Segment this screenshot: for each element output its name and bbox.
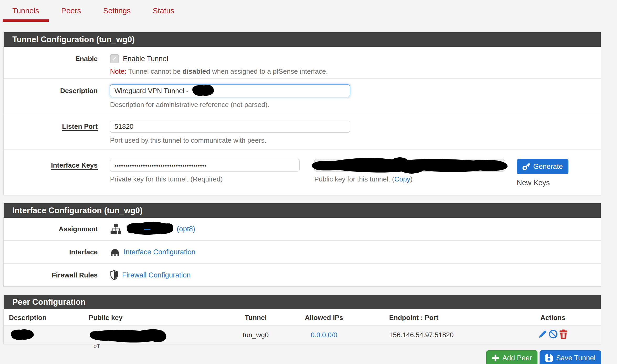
save-tunnel-button[interactable]: Save Tunnel [540,350,601,364]
enable-row: Enable Enable Tunnel Note: Tunnel cannot… [4,47,601,79]
redaction-blob [9,328,35,341]
interface-keys-label[interactable]: Interface Keys [51,161,98,169]
add-peer-button[interactable]: Add Peer [486,350,537,364]
enable-label: Enable [4,53,110,76]
tab-status[interactable]: Status [143,4,184,22]
peer-table-header: Description Public key Tunnel Allowed IP… [4,309,601,325]
shield-icon [110,270,118,280]
description-help: Description for administrative reference… [110,101,601,109]
peer-config-title: Peer Configuration [4,295,601,309]
interface-keys-row: Interface Keys Private key for this tunn… [4,150,601,195]
firewall-rules-label: Firewall Rules [4,269,110,281]
add-peer-label: Add Peer [502,354,532,362]
firewall-rules-row: Firewall Rules Firewall Configuration [4,264,601,286]
col-tunnel: Tunnel [229,313,282,322]
assignment-label: Assignment [4,223,110,235]
assignment-row: Assignment [4,218,601,241]
note-prefix: Note: [110,67,126,75]
assignment-link[interactable]: (opt8) [177,225,195,233]
note-body: Tunnel cannot be [126,67,182,75]
listen-port-row: Listen Port Port used by this tunnel to … [4,114,601,150]
tab-tunnels[interactable]: Tunnels [3,4,49,22]
note-suffix: when assigned to a pfSense interface. [210,67,328,75]
redaction-blob [88,328,169,343]
listen-port-help: Port used by this tunnel to communicate … [110,136,601,144]
key-icon [522,163,530,170]
enable-tunnel-checkbox-label: Enable Tunnel [123,55,168,63]
delete-icon[interactable] [559,329,568,339]
copy-public-key-link[interactable]: Copy [394,175,410,183]
enable-tunnel-checkbox[interactable] [110,54,119,63]
ethernet-icon [110,248,120,256]
disable-icon[interactable] [548,329,558,339]
tunnel-config-title: Tunnel Configuration (tun_wg0) [4,32,601,47]
allowed-ips-link[interactable]: 0.0.0.0/0 [311,331,337,339]
footer-actions: Add Peer Save Tunnel [3,350,601,364]
col-description: Description [4,313,85,322]
save-tunnel-label: Save Tunnel [556,354,595,362]
redaction-blob [190,84,215,97]
generate-keys-button[interactable]: Generate [517,159,568,174]
note-bold: disabled [182,67,210,75]
sitemap-icon [110,224,122,234]
firewall-configuration-link[interactable]: Firewall Configuration [122,271,191,279]
interface-config-title: Interface Configuration (tun_wg0) [4,203,601,218]
save-icon [545,354,553,362]
interface-label: Interface [4,246,110,258]
redaction-blob [125,223,173,235]
private-key-help: Private key for this tunnel. (Required) [110,175,300,183]
description-row: Description Description for administrati… [4,79,601,114]
peer-table-row: oT tun_wg0 0.0.0.0/0 156.146.54.97:51820 [4,325,601,344]
interface-row: Interface Interface Configuration [4,241,601,264]
tab-settings[interactable]: Settings [93,4,140,22]
peer-description-cell [4,329,85,341]
col-public-key: Public key [85,313,229,322]
peer-config-panel: Peer Configuration Description Public ke… [3,295,601,344]
description-input[interactable] [110,84,350,97]
assignment-link-fragment [144,229,150,230]
public-key-help: Public key for this tunnel. (Copy) [314,175,505,183]
listen-port-label[interactable]: Listen Port [62,122,98,130]
edit-icon[interactable] [538,330,547,339]
public-key-fragment: oT [93,343,100,350]
generate-button-label: Generate [533,163,563,171]
listen-port-input[interactable] [110,120,350,133]
interface-config-panel: Interface Configuration (tun_wg0) Assign… [3,203,601,287]
tab-bar: Tunnels Peers Settings Status [3,0,601,22]
tab-peers[interactable]: Peers [51,4,91,22]
enable-note: Note: Tunnel cannot be disabled when ass… [110,67,601,76]
new-keys-label: New Keys [517,179,568,187]
col-allowed-ips: Allowed IPs [282,313,366,322]
tunnel-config-panel: Tunnel Configuration (tun_wg0) Enable En… [3,32,601,195]
plus-icon [492,354,499,362]
redaction-blob [310,156,510,176]
interface-configuration-link[interactable]: Interface Configuration [124,248,195,256]
description-label: Description [4,84,110,109]
peer-endpoint-cell: 156.146.54.97:51820 [366,331,479,339]
page: Tunnels Peers Settings Status Tunnel Con… [3,0,601,364]
private-key-input[interactable] [110,159,300,172]
col-endpoint-port: Endpoint : Port [366,313,479,322]
peer-actions [538,329,568,339]
col-actions: Actions [479,313,601,322]
peer-tunnel-cell: tun_wg0 [229,331,282,339]
